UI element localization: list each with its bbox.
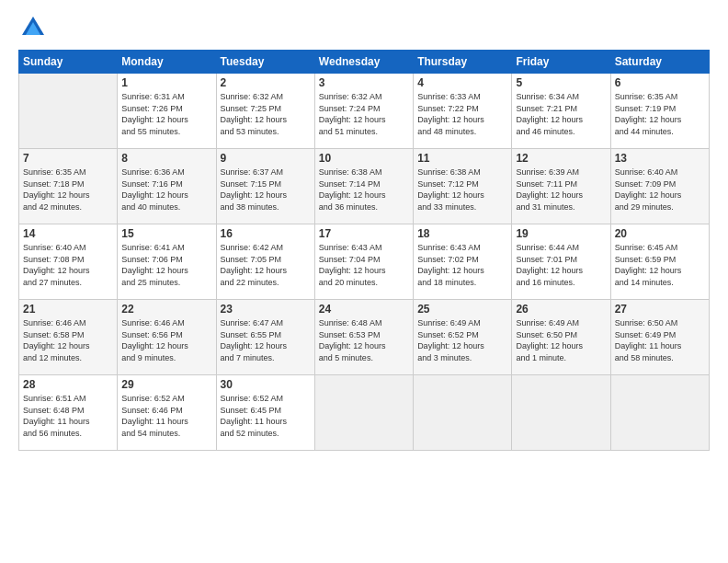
calendar-cell: 2Sunrise: 6:32 AM Sunset: 7:25 PM Daylig… [216,74,314,149]
calendar-cell: 6Sunrise: 6:35 AM Sunset: 7:19 PM Daylig… [610,74,709,149]
day-number: 28 [23,378,113,391]
day-info: Sunrise: 6:42 AM Sunset: 7:05 PM Dayligh… [221,242,311,288]
day-info: Sunrise: 6:48 AM Sunset: 6:53 PM Dayligh… [319,317,409,363]
day-number: 30 [221,378,311,391]
day-info: Sunrise: 6:44 AM Sunset: 7:01 PM Dayligh… [516,242,606,288]
day-info: Sunrise: 6:35 AM Sunset: 7:19 PM Dayligh… [615,91,705,137]
calendar-cell: 24Sunrise: 6:48 AM Sunset: 6:53 PM Dayli… [314,300,413,375]
day-number: 19 [516,227,606,240]
calendar-cell: 11Sunrise: 6:38 AM Sunset: 7:12 PM Dayli… [414,149,512,224]
day-number: 25 [417,303,507,316]
calendar-cell: 8Sunrise: 6:36 AM Sunset: 7:16 PM Daylig… [118,149,216,224]
calendar-cell: 22Sunrise: 6:46 AM Sunset: 6:56 PM Dayli… [118,300,216,375]
day-info: Sunrise: 6:35 AM Sunset: 7:18 PM Dayligh… [23,167,113,213]
calendar-cell: 16Sunrise: 6:42 AM Sunset: 7:05 PM Dayli… [216,224,314,300]
calendar-cell: 14Sunrise: 6:40 AM Sunset: 7:08 PM Dayli… [19,224,118,300]
calendar-cell: 20Sunrise: 6:45 AM Sunset: 6:59 PM Dayli… [610,224,709,300]
day-info: Sunrise: 6:38 AM Sunset: 7:14 PM Dayligh… [319,167,409,213]
day-info: Sunrise: 6:37 AM Sunset: 7:15 PM Dayligh… [221,167,311,213]
calendar-cell: 26Sunrise: 6:49 AM Sunset: 6:50 PM Dayli… [512,300,610,375]
col-header-saturday: Saturday [610,51,709,74]
col-header-tuesday: Tuesday [216,51,314,74]
calendar-cell [512,375,610,451]
calendar-cell: 5Sunrise: 6:34 AM Sunset: 7:21 PM Daylig… [512,74,610,149]
day-info: Sunrise: 6:32 AM Sunset: 7:24 PM Dayligh… [319,91,409,137]
day-number: 10 [319,152,409,165]
calendar-cell: 19Sunrise: 6:44 AM Sunset: 7:01 PM Dayli… [512,224,610,300]
day-info: Sunrise: 6:46 AM Sunset: 6:56 PM Dayligh… [121,317,211,363]
day-info: Sunrise: 6:49 AM Sunset: 6:50 PM Dayligh… [516,317,606,363]
day-info: Sunrise: 6:43 AM Sunset: 7:02 PM Dayligh… [417,242,507,288]
day-number: 8 [121,152,211,165]
day-number: 14 [23,227,113,240]
calendar-cell: 15Sunrise: 6:41 AM Sunset: 7:06 PM Dayli… [118,224,216,300]
day-info: Sunrise: 6:46 AM Sunset: 6:58 PM Dayligh… [23,317,113,363]
calendar-cell: 18Sunrise: 6:43 AM Sunset: 7:02 PM Dayli… [414,224,512,300]
calendar-cell: 10Sunrise: 6:38 AM Sunset: 7:14 PM Dayli… [314,149,413,224]
day-info: Sunrise: 6:39 AM Sunset: 7:11 PM Dayligh… [516,167,606,213]
calendar-cell: 21Sunrise: 6:46 AM Sunset: 6:58 PM Dayli… [19,300,118,375]
day-info: Sunrise: 6:43 AM Sunset: 7:04 PM Dayligh… [319,242,409,288]
day-info: Sunrise: 6:36 AM Sunset: 7:16 PM Dayligh… [121,167,211,213]
calendar-cell: 29Sunrise: 6:52 AM Sunset: 6:46 PM Dayli… [118,375,216,451]
col-header-friday: Friday [512,51,610,74]
calendar-page: SundayMondayTuesdayWednesdayThursdayFrid… [0,0,728,563]
day-number: 23 [221,303,311,316]
calendar-cell: 17Sunrise: 6:43 AM Sunset: 7:04 PM Dayli… [314,224,413,300]
calendar-cell: 25Sunrise: 6:49 AM Sunset: 6:52 PM Dayli… [414,300,512,375]
day-number: 9 [221,152,311,165]
calendar-cell: 3Sunrise: 6:32 AM Sunset: 7:24 PM Daylig… [314,74,413,149]
day-info: Sunrise: 6:52 AM Sunset: 6:46 PM Dayligh… [121,393,211,439]
calendar-cell [414,375,512,451]
calendar-cell: 4Sunrise: 6:33 AM Sunset: 7:22 PM Daylig… [414,74,512,149]
day-number: 21 [23,303,113,316]
header [18,15,710,40]
day-info: Sunrise: 6:50 AM Sunset: 6:49 PM Dayligh… [615,317,705,363]
col-header-wednesday: Wednesday [314,51,413,74]
day-number: 22 [121,303,211,316]
day-number: 13 [615,152,705,165]
day-info: Sunrise: 6:38 AM Sunset: 7:12 PM Dayligh… [417,167,507,213]
day-number: 15 [121,227,211,240]
day-number: 7 [23,152,113,165]
col-header-thursday: Thursday [414,51,512,74]
day-info: Sunrise: 6:45 AM Sunset: 6:59 PM Dayligh… [615,242,705,288]
calendar-cell: 9Sunrise: 6:37 AM Sunset: 7:15 PM Daylig… [216,149,314,224]
day-number: 26 [516,303,606,316]
calendar-cell: 30Sunrise: 6:52 AM Sunset: 6:45 PM Dayli… [216,375,314,451]
day-info: Sunrise: 6:33 AM Sunset: 7:22 PM Dayligh… [417,91,507,137]
day-number: 17 [319,227,409,240]
day-number: 16 [221,227,311,240]
day-number: 1 [121,76,211,89]
day-number: 2 [221,76,311,89]
calendar-cell [19,74,118,149]
calendar-cell: 23Sunrise: 6:47 AM Sunset: 6:55 PM Dayli… [216,300,314,375]
calendar-cell: 1Sunrise: 6:31 AM Sunset: 7:26 PM Daylig… [118,74,216,149]
day-number: 29 [121,378,211,391]
day-info: Sunrise: 6:32 AM Sunset: 7:25 PM Dayligh… [221,91,311,137]
day-info: Sunrise: 6:31 AM Sunset: 7:26 PM Dayligh… [121,91,211,137]
calendar-cell: 13Sunrise: 6:40 AM Sunset: 7:09 PM Dayli… [610,149,709,224]
col-header-sunday: Sunday [19,51,118,74]
logo-icon [20,15,46,40]
calendar-cell: 7Sunrise: 6:35 AM Sunset: 7:18 PM Daylig… [19,149,118,224]
calendar-cell: 27Sunrise: 6:50 AM Sunset: 6:49 PM Dayli… [610,300,709,375]
day-number: 11 [417,152,507,165]
day-info: Sunrise: 6:34 AM Sunset: 7:21 PM Dayligh… [516,91,606,137]
day-info: Sunrise: 6:47 AM Sunset: 6:55 PM Dayligh… [221,317,311,363]
day-number: 27 [615,303,705,316]
day-number: 18 [417,227,507,240]
day-number: 6 [615,76,705,89]
day-info: Sunrise: 6:40 AM Sunset: 7:09 PM Dayligh… [615,167,705,213]
day-info: Sunrise: 6:41 AM Sunset: 7:06 PM Dayligh… [121,242,211,288]
day-number: 4 [417,76,507,89]
calendar-cell: 28Sunrise: 6:51 AM Sunset: 6:48 PM Dayli… [19,375,118,451]
day-info: Sunrise: 6:51 AM Sunset: 6:48 PM Dayligh… [23,393,113,439]
col-header-monday: Monday [118,51,216,74]
calendar-cell [610,375,709,451]
calendar-table: SundayMondayTuesdayWednesdayThursdayFrid… [18,50,710,451]
day-info: Sunrise: 6:49 AM Sunset: 6:52 PM Dayligh… [417,317,507,363]
day-info: Sunrise: 6:40 AM Sunset: 7:08 PM Dayligh… [23,242,113,288]
day-number: 3 [319,76,409,89]
day-info: Sunrise: 6:52 AM Sunset: 6:45 PM Dayligh… [221,393,311,439]
